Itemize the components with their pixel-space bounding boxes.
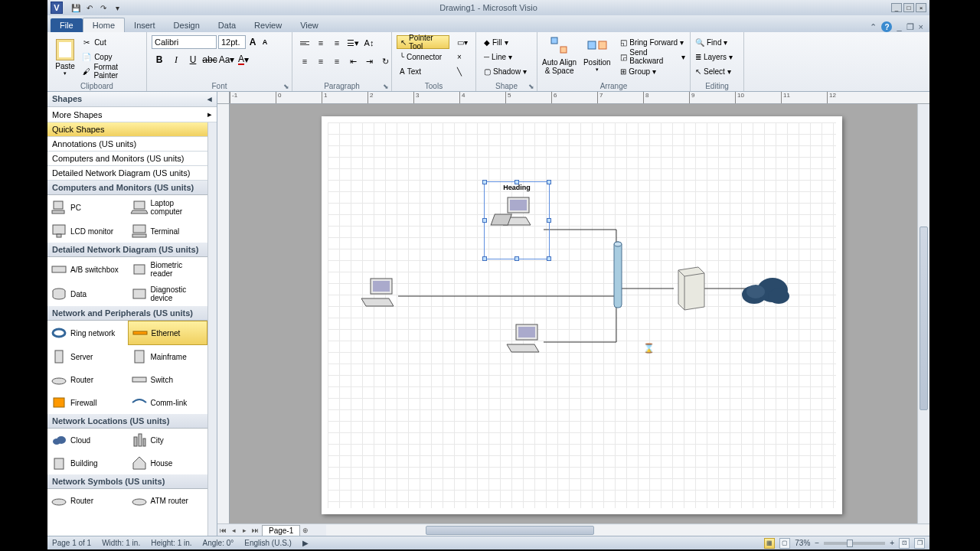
shadow-button[interactable]: ▢Shadow ▾: [484, 64, 527, 78]
shrink-font-button[interactable]: A: [260, 35, 270, 49]
shape-ab-switchbox[interactable]: A/B switchbox: [47, 257, 128, 282]
font-color-button[interactable]: A▾: [236, 52, 251, 67]
layers-button[interactable]: ≣Layers ▾: [695, 50, 733, 64]
diagram-pc-3[interactable]: [505, 323, 544, 354]
underline-button[interactable]: U: [185, 52, 201, 67]
doc-restore-icon[interactable]: ❐: [906, 22, 914, 32]
qat-dropdown-icon[interactable]: ▾: [111, 2, 123, 14]
tab-home[interactable]: Home: [83, 18, 125, 32]
category-detailed-network[interactable]: Detailed Network Diagram (US units): [47, 166, 207, 181]
category-quick-shapes[interactable]: Quick Shapes: [47, 122, 207, 137]
strikethrough-button[interactable]: abc: [202, 52, 217, 67]
shape-house[interactable]: House: [128, 452, 208, 474]
view-normal-button[interactable]: ▦: [764, 538, 775, 549]
new-page-button[interactable]: ⊕: [300, 525, 311, 536]
zoom-in-button[interactable]: +: [890, 539, 894, 547]
rectangle-tool-button[interactable]: ▭▾: [454, 35, 471, 49]
bold-button[interactable]: B: [152, 52, 167, 67]
align-bottom-button[interactable]: ≡: [329, 35, 345, 51]
diagram-ethernet[interactable]: [612, 240, 623, 311]
shape-firewall[interactable]: Firewall: [47, 391, 128, 414]
shape-building[interactable]: Building: [47, 452, 128, 474]
minimize-button[interactable]: _: [891, 3, 902, 12]
zoom-level[interactable]: 73%: [795, 539, 810, 547]
align-left-button[interactable]: ≡: [297, 54, 312, 69]
select-button[interactable]: ↖Select ▾: [695, 64, 733, 78]
save-icon[interactable]: 💾: [70, 2, 82, 14]
category-computers-monitors[interactable]: Computers and Monitors (US units): [47, 152, 207, 166]
app-icon[interactable]: V: [51, 2, 63, 14]
page[interactable]: Heading: [322, 116, 842, 514]
collapse-icon[interactable]: ◂: [207, 94, 212, 104]
shape-laptop[interactable]: Laptop computer: [128, 195, 208, 220]
line-tool-button[interactable]: ╲: [454, 64, 471, 78]
shape-ethernet[interactable]: Ethernet: [128, 321, 208, 345]
increase-indent-button[interactable]: ⇥: [361, 54, 377, 69]
undo-icon[interactable]: ↶: [83, 2, 96, 14]
line-button[interactable]: ─Line ▾: [484, 50, 527, 64]
rotate-text-button[interactable]: ↻: [377, 54, 393, 69]
format-painter-button[interactable]: 🖌Format Painter: [81, 64, 142, 78]
shape-launcher-icon[interactable]: ⬊: [528, 83, 534, 90]
shape-diagnostic[interactable]: Diagnostic device: [128, 282, 208, 306]
group-button[interactable]: ⊞Group ▾: [620, 64, 685, 78]
shape-cloud[interactable]: Cloud: [47, 429, 128, 452]
shape-switch[interactable]: Switch: [128, 368, 208, 391]
shape-router2[interactable]: Router: [47, 489, 128, 512]
doc-minimize-icon[interactable]: _: [897, 22, 901, 31]
minimize-ribbon-icon[interactable]: ⌃: [870, 22, 877, 32]
align-right-button[interactable]: ≡: [329, 54, 345, 69]
tab-data[interactable]: Data: [209, 18, 245, 32]
case-button[interactable]: Aa▾: [219, 52, 234, 67]
page-tab-1[interactable]: Page-1: [262, 525, 300, 536]
doc-close-icon[interactable]: ×: [919, 22, 923, 31]
shape-terminal[interactable]: Terminal: [128, 220, 208, 243]
connection-point-button[interactable]: ×: [454, 50, 471, 64]
shape-mainframe[interactable]: Mainframe: [128, 345, 208, 368]
italic-button[interactable]: I: [168, 52, 184, 67]
shape-router[interactable]: Router: [47, 368, 128, 391]
copy-button[interactable]: 📄Copy: [81, 50, 142, 64]
text-tool-button[interactable]: AText: [397, 64, 449, 78]
vertical-scrollbar[interactable]: [917, 104, 929, 523]
bring-forward-button[interactable]: ◱Bring Forward ▾: [620, 35, 685, 49]
position-button[interactable]: Position▾: [580, 35, 614, 73]
diagram-pc-1[interactable]: Heading: [486, 184, 547, 227]
tab-review[interactable]: Review: [245, 18, 291, 32]
fill-button[interactable]: ◆Fill ▾: [484, 35, 527, 49]
align-center-button[interactable]: ≡: [313, 54, 328, 69]
align-middle-button[interactable]: ≡: [313, 35, 328, 51]
auto-align-button[interactable]: Auto Align & Space: [542, 35, 577, 75]
tab-view[interactable]: View: [291, 18, 328, 32]
nav-prev-button[interactable]: ◂: [228, 525, 239, 536]
tab-design[interactable]: Design: [165, 18, 209, 32]
horizontal-scrollbar[interactable]: [326, 525, 929, 536]
nav-last-button[interactable]: ⏭: [250, 525, 260, 536]
decrease-indent-button[interactable]: ⇤: [345, 54, 361, 69]
zoom-slider[interactable]: [824, 542, 885, 545]
connector-tool-button[interactable]: ╰Connector: [397, 50, 449, 64]
help-icon[interactable]: ?: [881, 21, 892, 32]
shape-server[interactable]: Server: [47, 345, 128, 368]
shape-biometric[interactable]: Biometric reader: [128, 257, 208, 282]
drawing-canvas[interactable]: Heading: [230, 104, 917, 523]
grow-font-button[interactable]: A: [247, 35, 258, 49]
font-name-select[interactable]: [152, 35, 217, 49]
shape-commlink[interactable]: Comm-link: [128, 391, 208, 414]
diagram-server[interactable]: [674, 266, 707, 310]
bullets-button[interactable]: ☰▾: [345, 35, 361, 51]
view-fullscreen-button[interactable]: ▢: [779, 538, 790, 549]
send-backward-button[interactable]: ◲Send Backward ▾: [620, 50, 685, 64]
nav-next-button[interactable]: ▸: [239, 525, 250, 536]
nav-first-button[interactable]: ⏮: [217, 525, 228, 536]
find-button[interactable]: 🔍Find ▾: [695, 35, 733, 49]
tab-file[interactable]: File: [51, 18, 83, 32]
macro-icon[interactable]: ▶: [302, 539, 309, 547]
pointer-tool-button[interactable]: ↖Pointer Tool: [397, 35, 449, 49]
diagram-cloud[interactable]: [739, 273, 792, 307]
paste-button[interactable]: Paste ▾: [52, 35, 78, 80]
status-language[interactable]: English (U.S.): [244, 539, 292, 547]
font-size-select[interactable]: [218, 35, 246, 49]
zoom-out-button[interactable]: −: [815, 539, 819, 547]
shapes-scrollbar[interactable]: [207, 122, 217, 536]
